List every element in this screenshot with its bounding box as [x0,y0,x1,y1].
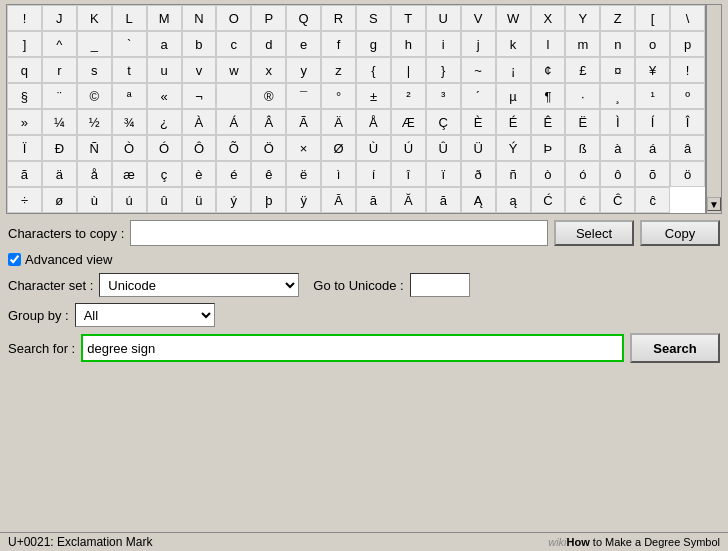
char-cell[interactable]: ± [356,83,391,109]
char-cell[interactable]: ¢ [531,57,566,83]
char-cell[interactable]: Ā [321,187,356,213]
char-cell[interactable]: q [7,57,42,83]
char-cell[interactable]: É [496,109,531,135]
char-cell[interactable]: y [286,57,321,83]
char-cell[interactable]: U [426,5,461,31]
char-cell[interactable]: Ó [147,135,182,161]
char-cell[interactable]: u [147,57,182,83]
char-cell[interactable]: \ [670,5,705,31]
char-cell[interactable]: ø [42,187,77,213]
char-cell[interactable]: ï [426,161,461,187]
char-cell[interactable]: Â [251,109,286,135]
char-cell[interactable]: Á [216,109,251,135]
char-cell[interactable]: ° [321,83,356,109]
char-cell[interactable]: z [321,57,356,83]
char-cell[interactable]: T [391,5,426,31]
char-cell[interactable]: ¾ [112,109,147,135]
char-cell[interactable]: P [251,5,286,31]
char-cell[interactable]: ÿ [286,187,321,213]
char-cell[interactable]: « [147,83,182,109]
search-button[interactable]: Search [630,333,720,363]
char-cell[interactable]: Ą [461,187,496,213]
char-cell[interactable]: ê [251,161,286,187]
char-cell[interactable]: Ö [251,135,286,161]
char-cell[interactable]: c [216,31,251,57]
char-cell[interactable]: ì [321,161,356,187]
char-cell[interactable]: ò [531,161,566,187]
char-cell[interactable]: Z [600,5,635,31]
char-cell[interactable]: ă [426,187,461,213]
char-cell[interactable]: í [356,161,391,187]
char-cell[interactable]: å [77,161,112,187]
char-cell[interactable]: ã [7,161,42,187]
char-cell[interactable]: » [7,109,42,135]
char-cell[interactable]: È [461,109,496,135]
char-cell[interactable]: £ [565,57,600,83]
select-button[interactable]: Select [554,220,634,246]
advanced-view-checkbox[interactable] [8,253,21,266]
char-cell[interactable]: Ë [565,109,600,135]
char-cell[interactable]: Ü [461,135,496,161]
char-cell[interactable]: Ã [286,109,321,135]
char-cell[interactable]: ¥ [635,57,670,83]
char-cell[interactable]: o [635,31,670,57]
char-cell[interactable]: Æ [391,109,426,135]
char-cell[interactable]: ² [391,83,426,109]
char-cell[interactable]: ö [670,161,705,187]
char-cell[interactable]: f [321,31,356,57]
char-cell[interactable]: ù [77,187,112,213]
char-cell[interactable]: Ĉ [600,187,635,213]
char-cell[interactable]: ë [286,161,321,187]
char-cell[interactable]: ô [600,161,635,187]
char-cell[interactable]: t [112,57,147,83]
char-cell[interactable]: Ð [42,135,77,161]
chars-to-copy-input[interactable] [130,220,548,246]
char-cell[interactable]: Ò [112,135,147,161]
char-cell[interactable]: × [286,135,321,161]
char-cell[interactable]: R [321,5,356,31]
char-cell[interactable]: ¨ [42,83,77,109]
char-cell[interactable]: [ [635,5,670,31]
char-cell[interactable]: è [182,161,217,187]
char-cell[interactable]: ú [112,187,147,213]
char-cell[interactable]: ¬ [182,83,217,109]
char-cell[interactable]: l [531,31,566,57]
char-cell[interactable]: ! [670,57,705,83]
char-cell[interactable]: ] [7,31,42,57]
char-cell[interactable]: ü [182,187,217,213]
char-cell[interactable]: ć [565,187,600,213]
char-cell[interactable]: ñ [496,161,531,187]
char-cell[interactable]: õ [635,161,670,187]
char-cell[interactable]: g [356,31,391,57]
char-cell[interactable]: n [600,31,635,57]
char-cell[interactable]: e [286,31,321,57]
char-cell[interactable]: s [77,57,112,83]
char-cell[interactable]: Q [286,5,321,31]
wiki-link[interactable]: wikiHow to Make a Degree Symbol [548,536,720,548]
char-cell[interactable]: W [496,5,531,31]
char-cell[interactable]: { [356,57,391,83]
char-cell[interactable]: ~ [461,57,496,83]
char-cell[interactable]: î [391,161,426,187]
char-cell[interactable]: © [77,83,112,109]
char-cell[interactable]: x [251,57,286,83]
char-cell[interactable]: Ê [531,109,566,135]
char-cell[interactable]: ç [147,161,182,187]
char-cell[interactable]: ^ [42,31,77,57]
char-cell[interactable]: Ć [531,187,566,213]
char-cell[interactable]: Y [565,5,600,31]
char-cell[interactable]: · [565,83,600,109]
char-cell[interactable]: Î [670,109,705,135]
char-cell[interactable]: Ä [321,109,356,135]
char-cell[interactable]: M [147,5,182,31]
char-cell[interactable]: Ñ [77,135,112,161]
scroll-down-btn[interactable]: ▼ [707,197,721,211]
char-cell[interactable]: K [77,5,112,31]
char-cell[interactable]: Ý [496,135,531,161]
char-cell[interactable]: m [565,31,600,57]
advanced-view-label[interactable]: Advanced view [25,252,112,267]
char-cell[interactable]: Ă [391,187,426,213]
character-set-select[interactable]: Unicode ASCII [99,273,299,297]
char-cell[interactable]: ¯ [286,83,321,109]
char-cell[interactable]: v [182,57,217,83]
